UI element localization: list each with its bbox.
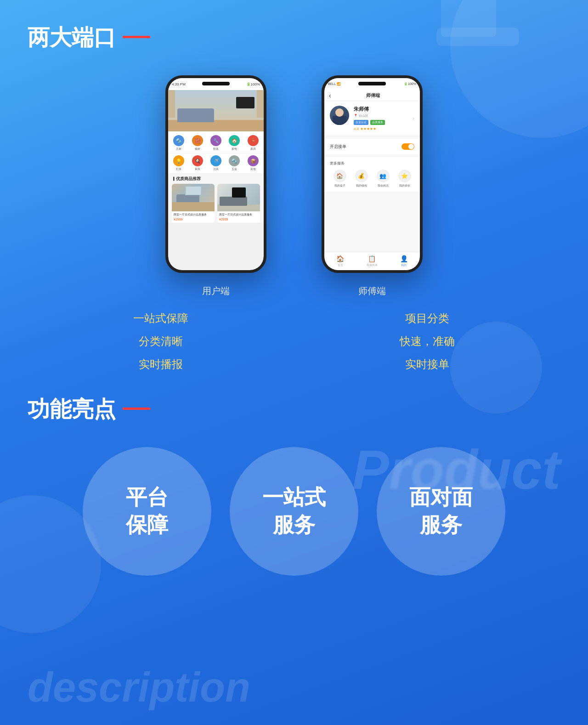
product-card-2[interactable]: 两室一厅日式设计品质服务 ¥2999 <box>217 184 260 223</box>
master-rating: 4.8 ★★★★★ <box>354 127 408 131</box>
room-curtain-right <box>257 90 264 118</box>
product-price-1: ¥2999 <box>174 218 213 221</box>
category-icons-row1: 🔩 主材 🧱 辅材 🔧 软装 🏠 家电 <box>168 131 264 153</box>
category-icons-row2: 💡 灯具 🍳 厨具 🚿 洁具 🔩 五金 <box>168 153 264 173</box>
tag-enterprise: 企业认证 <box>354 120 368 125</box>
category-icon-8[interactable]: 🚿 洁具 <box>207 155 225 171</box>
user-phone-label: 用户端 <box>202 285 230 297</box>
product-info-1: 两室一厅日式设计品质服务 ¥2999 <box>172 211 215 223</box>
more-icon-1: 🏠 <box>334 170 346 182</box>
category-icon-4[interactable]: 🏠 家电 <box>226 135 243 151</box>
product-price-2: ¥2999 <box>219 218 258 221</box>
more-label-3: 我会的活 <box>378 184 389 188</box>
user-time: 4:20 PM <box>172 82 186 86</box>
product-img-1 <box>172 184 215 211</box>
user-phone-container: 4:20 PM 🔋100% <box>165 75 266 297</box>
product-card-1[interactable]: 两室一厅日式设计品质服务 ¥2999 <box>172 184 215 223</box>
toggle-label: 开启接单 <box>330 144 346 150</box>
more-item-2[interactable]: 💰 我的钱包 <box>351 170 371 188</box>
products-title: ▎优质商品推荐 <box>168 173 264 184</box>
room-curtain-left <box>168 90 175 118</box>
master-profile: 朱师傅 📍 台山区 企业认证 品质服务 4.8 ★★★★★ <box>324 101 420 136</box>
phones-area: 4:20 PM 🔋100% <box>0 62 588 302</box>
master-nav: ‹ 师傅端 <box>324 90 420 101</box>
bottom-nav-profile[interactable]: 👤 我的 <box>388 255 420 267</box>
more-item-1[interactable]: 🏠 我的盒子 <box>330 170 350 188</box>
master-feature-3: 实时接单 <box>405 357 449 372</box>
master-carrier: BELL 📶 <box>328 82 341 86</box>
feature-circle-1: 平台保障 <box>83 447 211 576</box>
master-time: 4:20 PM <box>366 83 378 86</box>
master-phone-mockup: BELL 📶 4:20 PM 🔋100% ‹ 师傅端 朱师傅 <box>322 75 423 273</box>
circle-text-2: 一站式服务 <box>262 484 326 539</box>
bottom-nav-orders-icon: 📋 <box>368 255 376 262</box>
feature-circle-3: 面对面服务 <box>377 447 505 576</box>
bg-desc-text: description <box>28 664 250 711</box>
master-nav-title: 师傅端 <box>331 92 415 99</box>
more-icon-4: ⭐ <box>398 170 411 182</box>
master-phone-screen: BELL 📶 4:20 PM 🔋100% ‹ 师傅端 朱师傅 <box>324 78 420 270</box>
bottom-nav-home[interactable]: 🏠 首页 <box>324 255 356 267</box>
product-name-2: 两室一厅日式设计品质服务 <box>219 213 258 217</box>
more-title: 更多服务 <box>330 161 414 166</box>
bottom-nav-home-label: 首页 <box>338 263 343 267</box>
more-icon-3: 👥 <box>377 170 390 182</box>
master-more-section: 更多服务 🏠 我的盒子 💰 我的钱包 👥 我会的活 <box>324 157 420 192</box>
category-icon-1[interactable]: 🔩 主材 <box>170 135 187 151</box>
user-battery: 🔋100% <box>246 82 260 86</box>
more-grid: 🏠 我的盒子 💰 我的钱包 👥 我会的活 ⭐ <box>330 170 414 188</box>
user-topbar: 4:20 PM 🔋100% <box>168 78 264 90</box>
category-icon-9[interactable]: 🔩 五金 <box>226 155 243 171</box>
toggle-row: 开启接单 <box>330 143 414 150</box>
feature-circle-2: 一站式服务 <box>230 447 358 576</box>
category-icon-3[interactable]: 🔧 软装 <box>207 135 225 151</box>
user-feature-3: 实时播报 <box>139 357 183 372</box>
more-label-2: 我的钱包 <box>356 184 367 188</box>
product-img-2 <box>217 184 260 211</box>
master-features-col: 项目分类 快速，准确 实时接单 <box>294 311 560 372</box>
section1-header: 两大端口 <box>0 0 588 62</box>
toggle-knob <box>408 144 414 149</box>
bottom-nav-orders[interactable]: 📋 我接的单 <box>356 255 388 267</box>
master-feature-2: 快速，准确 <box>400 334 455 349</box>
master-topbar: BELL 📶 4:20 PM 🔋100% <box>324 78 420 90</box>
more-label-4: 我的评价 <box>399 184 410 188</box>
products-grid: 两室一厅日式设计品质服务 ¥2999 两室一厅日式设计品质服务 ¥2999 <box>168 184 264 223</box>
master-avatar-head <box>335 108 344 117</box>
more-item-4[interactable]: ⭐ 我的评价 <box>395 170 414 188</box>
circle-text-3: 面对面服务 <box>409 484 473 539</box>
toggle-switch[interactable] <box>401 143 414 150</box>
bottom-nav-profile-icon: 👤 <box>400 255 408 262</box>
master-battery: 🔋100% <box>404 82 416 86</box>
category-icon-7[interactable]: 🍳 厨具 <box>188 155 206 171</box>
banner-room <box>168 90 264 131</box>
product-name-1: 两室一厅日式设计品质服务 <box>174 213 213 217</box>
room-tv <box>236 97 254 108</box>
category-icon-10[interactable]: 📦 其他 <box>244 155 262 171</box>
master-feature-1: 项目分类 <box>405 311 449 326</box>
user-feature-2: 分类清晰 <box>139 334 183 349</box>
master-phone-container: BELL 📶 4:20 PM 🔋100% ‹ 师傅端 朱师傅 <box>322 75 423 297</box>
category-icon-2[interactable]: 🧱 辅材 <box>188 135 206 151</box>
profile-arrow[interactable]: › <box>413 115 414 122</box>
master-name: 朱师傅 <box>354 106 408 113</box>
product-info-2: 两室一厅日式设计品质服务 ¥2999 <box>217 211 260 223</box>
user-features-col: 一站式保障 分类清晰 实时播报 <box>28 311 294 372</box>
section2-title-underline <box>123 408 150 410</box>
section2-title: 功能亮点 <box>28 395 560 424</box>
bottom-nav-home-icon: 🏠 <box>336 255 344 262</box>
room-sofa <box>177 108 214 122</box>
category-icon-5[interactable]: 🪑 家具 <box>244 135 262 151</box>
category-icon-6[interactable]: 💡 灯具 <box>170 155 187 171</box>
master-phone-label: 师傅端 <box>358 285 386 297</box>
section2-header: 功能亮点 <box>0 390 588 424</box>
rating-stars: ★★★★★ <box>360 127 376 131</box>
circle-text-1: 平台保障 <box>126 484 168 539</box>
more-icon-2: 💰 <box>355 170 368 182</box>
more-item-3[interactable]: 👥 我会的活 <box>373 170 393 188</box>
master-avatar <box>330 106 349 125</box>
section2-title-text: 功能亮点 <box>28 395 116 424</box>
circles-area: 平台保障 一站式服务 面对面服务 <box>0 424 588 612</box>
title-underline <box>123 36 150 38</box>
bottom-nav-profile-label: 我的 <box>401 263 407 267</box>
